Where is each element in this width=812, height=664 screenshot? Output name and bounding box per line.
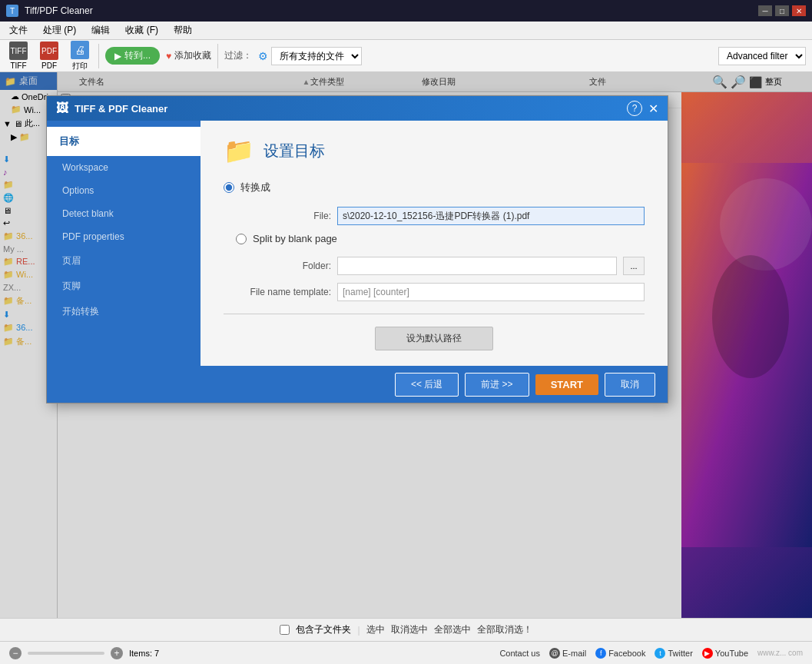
select-button[interactable]: 选中 — [366, 623, 385, 636]
zoom-out-button[interactable]: − — [9, 647, 22, 659]
include-subfolders-label: 包含子文件夹 — [296, 623, 351, 636]
facebook-icon: f — [595, 648, 606, 659]
twitter-icon: t — [655, 648, 665, 659]
app-icon: T — [6, 5, 18, 17]
content-title: 设置目标 — [263, 141, 325, 161]
goto-button[interactable]: ▶ 转到... — [105, 47, 160, 65]
watermark: www.z... com — [757, 649, 803, 657]
twitter-label: Twitter — [668, 649, 692, 658]
twitter-link[interactable]: t Twitter — [655, 648, 692, 659]
radio-split[interactable] — [236, 234, 247, 244]
start-button[interactable]: START — [535, 374, 598, 395]
menu-file[interactable]: 文件 — [3, 22, 34, 38]
select-all-button[interactable]: 全部选中 — [434, 623, 471, 636]
goto-icon: ▶ — [114, 51, 121, 61]
zoom-slider[interactable] — [28, 652, 104, 655]
nav-item-header[interactable]: 页眉 — [47, 248, 201, 274]
close-button[interactable]: ✕ — [792, 5, 806, 16]
maximize-button[interactable]: □ — [775, 5, 789, 16]
filter-wrap: ⚙ 所有支持的文件 — [258, 47, 712, 65]
menu-favorites[interactable]: 收藏 (F) — [119, 22, 164, 38]
deselect-button[interactable]: 取消选中 — [391, 623, 428, 636]
facebook-label: Facebook — [608, 649, 645, 658]
email-icon: @ — [549, 648, 560, 659]
file-input[interactable] — [337, 207, 645, 225]
menu-bar: 文件 处理 (P) 编辑 收藏 (F) 帮助 — [0, 22, 812, 40]
back-button[interactable]: << 后退 — [395, 373, 459, 397]
dialog: 🖼 TIFF & PDF Cleaner ? ✕ 目标 Workspace Op… — [46, 95, 668, 403]
goto-label: 转到... — [124, 49, 151, 62]
toolbar-divider — [98, 44, 99, 68]
youtube-icon: ▶ — [702, 648, 713, 659]
dialog-nav: 目标 Workspace Options Detect blank PDF pr… — [47, 121, 201, 366]
nav-item-options[interactable]: Options — [47, 179, 201, 202]
print-icon: 🖨 — [71, 41, 89, 59]
toolbar: TIFF TIFF PDF PDF 🖨 打印 ▶ 转到... ♥ 添加收藏 过滤… — [0, 40, 812, 72]
nav-item-start-convert[interactable]: 开始转换 — [47, 299, 201, 324]
pdf-button[interactable]: PDF PDF — [37, 40, 61, 71]
radio-convert-label: 转换成 — [240, 181, 270, 194]
items-text: Items: — [129, 649, 152, 658]
window-controls: ─ □ ✕ — [758, 5, 806, 16]
email-label: E-mail — [562, 649, 586, 658]
form-file-row: File: — [224, 207, 645, 225]
main-area: 📁 桌面 ☁ OneDrive 📁 Wi... ▼ 🖥 此... ▶ 📁 ⬇ ♪… — [0, 72, 812, 618]
tiff-icon: TIFF — [9, 42, 28, 60]
nav-item-detect-blank[interactable]: Detect blank — [47, 202, 201, 225]
nav-item-target[interactable]: 目标 — [47, 127, 201, 156]
advanced-filter-select[interactable]: Advanced filter — [718, 47, 806, 65]
nav-item-footer[interactable]: 页脚 — [47, 274, 201, 299]
bottom-bar: 包含子文件夹 | 选中 取消选中 全部选中 全部取消选！ — [0, 618, 812, 641]
template-input[interactable] — [337, 283, 645, 301]
collect-button[interactable]: ♥ 添加收藏 — [166, 49, 211, 62]
dialog-help-button[interactable]: ? — [627, 101, 642, 116]
dialog-title-icon: 🖼 — [56, 101, 68, 115]
form-template-row: File name template: — [224, 283, 645, 301]
print-label: 打印 — [72, 61, 88, 71]
print-button[interactable]: 🖨 打印 — [68, 39, 92, 73]
filter-select[interactable]: 所有支持的文件 — [271, 47, 362, 65]
title-bar: T Tiff/PDF Cleaner ─ □ ✕ — [0, 0, 812, 22]
items-count: 7 — [154, 649, 159, 658]
menu-process[interactable]: 处理 (P) — [37, 22, 82, 38]
radio-convert[interactable] — [224, 182, 234, 193]
pdf-label: PDF — [41, 61, 57, 70]
content-divider — [224, 314, 645, 314]
zoom-in-button[interactable]: + — [111, 647, 123, 659]
youtube-label: YouTube — [715, 649, 748, 658]
nav-item-pdf-props[interactable]: PDF properties — [47, 225, 201, 248]
dialog-title-text: TIFF & PDF Cleaner — [75, 103, 167, 115]
form-folder-row: Folder: ... — [224, 257, 645, 275]
browse-button[interactable]: ... — [623, 257, 645, 275]
dialog-footer: << 后退 前进 >> START 取消 — [47, 366, 668, 403]
folder-label: Folder: — [224, 261, 331, 271]
contact-us-link[interactable]: Contact us — [499, 649, 540, 658]
nav-item-workspace[interactable]: Workspace — [47, 156, 201, 179]
dialog-overlay: 🖼 TIFF & PDF Cleaner ? ✕ 目标 Workspace Op… — [0, 72, 812, 618]
deselect-all-button[interactable]: 全部取消选！ — [477, 623, 532, 636]
next-button[interactable]: 前进 >> — [465, 373, 529, 397]
content-title-row: 📁 设置目标 — [224, 136, 645, 165]
tiff-button[interactable]: TIFF TIFF — [6, 40, 31, 71]
filter-icon: ⚙ — [258, 50, 268, 62]
collect-label: 添加收藏 — [174, 49, 211, 62]
filter-label: 过滤： — [224, 49, 252, 62]
dialog-content: 📁 设置目标 转换成 File: — [201, 121, 668, 366]
email-link[interactable]: @ E-mail — [549, 648, 586, 659]
menu-edit[interactable]: 编辑 — [85, 22, 116, 38]
dialog-close-button[interactable]: ✕ — [648, 101, 658, 116]
minimize-button[interactable]: ─ — [758, 5, 772, 16]
cancel-button[interactable]: 取消 — [605, 373, 655, 397]
menu-help[interactable]: 帮助 — [167, 22, 198, 38]
folder-input[interactable] — [337, 257, 617, 275]
heart-icon: ♥ — [166, 51, 171, 61]
pdf-icon: PDF — [40, 42, 58, 60]
default-path-button[interactable]: 设为默认路径 — [375, 327, 493, 350]
radio-convert-row: 转换成 — [224, 181, 645, 194]
tiff-label: TIFF — [10, 61, 26, 70]
items-label: Items: 7 — [129, 649, 493, 658]
facebook-link[interactable]: f Facebook — [595, 648, 645, 659]
youtube-link[interactable]: ▶ YouTube — [702, 648, 748, 659]
folder-big-icon: 📁 — [224, 136, 254, 165]
include-subfolders-checkbox[interactable] — [280, 625, 290, 635]
